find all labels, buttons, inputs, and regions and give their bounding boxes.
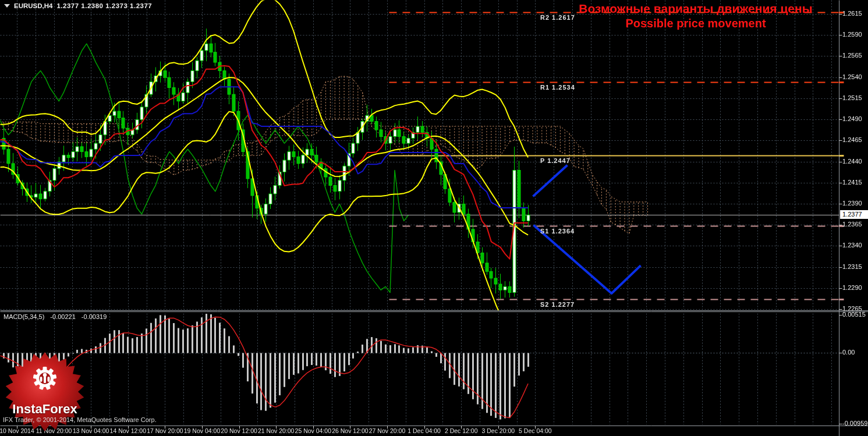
time-axis-label: 21 Nov 20:00 [258,427,294,434]
pivot-label-r1[interactable]: R1 1.2534 [540,84,575,91]
price-axis-tick: 1.2515 [842,94,862,101]
time-axis-label: 19 Nov 04:00 [184,427,220,434]
price-axis-tick: 1.2615 [842,10,862,17]
pivot-label-s2[interactable]: S2 1.2277 [540,301,575,308]
time-axis-label: 26 Nov 12:00 [332,427,368,434]
mt4-chart-window: EURUSD,H4 1.2377 1.2380 1.2373 1.2377 Во… [0,0,868,436]
time-axis-label: 14 Nov 12:00 [110,427,146,434]
macd-signal-value: -0.00319 [82,313,107,320]
pivot-label-r2[interactable]: R2 1.2617 [540,14,575,21]
time-axis-label: 20 Nov 12:00 [221,427,257,434]
ohlc-readout: 1.2377 1.2380 1.2373 1.2377 [56,2,152,9]
price-axis-tick: 1.2365 [842,221,862,228]
price-axis-tick: 1.2565 [842,52,862,59]
price-axis-tick: 1.2465 [842,136,862,143]
macd-axis-tick: 0.00 [842,349,855,356]
price-axis-tick: 1.2290 [842,284,862,291]
pivot-label-s1[interactable]: S1 1.2364 [540,228,575,235]
macd-indicator-label: MACD(5,34,5) -0.00221 -0.00319 [3,313,111,320]
time-axis-label: 17 Nov 20:00 [147,427,183,434]
chart-canvas[interactable] [0,0,868,436]
annotation-en[interactable]: Possible price movement [573,17,818,30]
time-axis-label: 25 Nov 04:00 [295,427,331,434]
time-axis-label: 3 Dec 20:00 [481,427,515,434]
macd-name: MACD(5,34,5) [3,313,44,320]
time-axis-label: 5 Dec 04:00 [519,427,552,434]
annotation-ru[interactable]: Возможные варианты движения цены [573,2,818,16]
instaforex-logo-text: InstaForex [4,402,86,417]
price-axis-tick: 1.2415 [842,179,862,186]
time-axis-label: 1 Dec 04:00 [408,427,441,434]
copyright-text: IFX Trader, © 2001-2014, MetaQuotes Soft… [3,416,157,423]
price-axis-tick: 1.2490 [842,115,862,122]
price-axis-tick: 1.2540 [842,73,862,80]
current-price-badge: 1.2377 [840,210,868,219]
time-axis-label: 2 Dec 12:00 [445,427,478,434]
price-axis-tick: 1.2440 [842,158,862,165]
macd-axis-tick: -0.00959 [842,420,867,427]
macd-axis-tick: 0.00515 [842,311,866,318]
price-axis-tick: 1.2340 [842,242,862,249]
time-axis-label: 27 Nov 20:00 [369,427,405,434]
price-axis-tick: 1.2590 [842,31,862,38]
symbol-timeframe: EURUSD,H4 [14,2,52,9]
chart-title: EURUSD,H4 1.2377 1.2380 1.2373 1.2377 [4,2,152,9]
pivot-label-p[interactable]: P 1.2447 [540,157,571,164]
price-axis-tick: 1.2390 [842,200,862,207]
chart-menu-triangle-icon[interactable] [4,4,10,8]
price-axis-tick: 1.2315 [842,263,862,270]
macd-value: -0.00221 [50,313,75,320]
